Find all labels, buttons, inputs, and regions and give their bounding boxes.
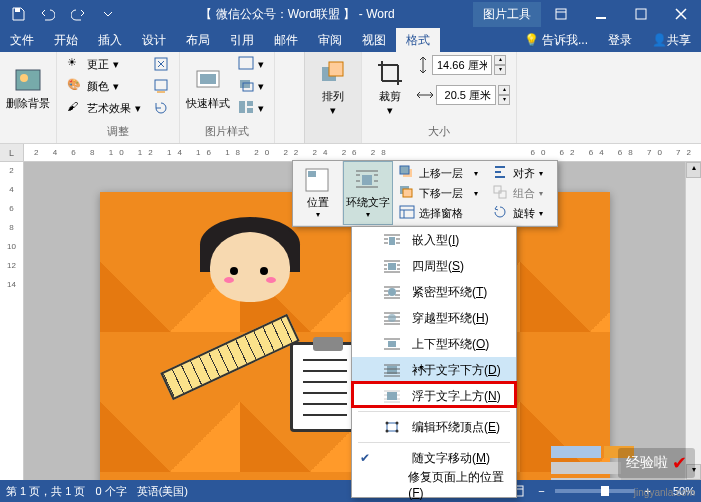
- tab-mailings[interactable]: 邮件: [264, 28, 308, 52]
- tab-view[interactable]: 视图: [352, 28, 396, 52]
- chevron-down-icon: ▾: [113, 80, 119, 93]
- spin-up-icon[interactable]: ▴: [494, 55, 506, 65]
- bring-forward-icon: [399, 165, 415, 181]
- reset-picture-button[interactable]: [149, 98, 173, 118]
- crop-button[interactable]: 裁剪▾: [368, 54, 412, 120]
- tab-design[interactable]: 设计: [132, 28, 176, 52]
- close-icon[interactable]: [661, 0, 701, 28]
- position-button[interactable]: 位置▾: [293, 161, 343, 225]
- menu-topbottom[interactable]: 上下型环绕(O): [352, 331, 516, 357]
- bring-forward-button[interactable]: 上移一层 ▾: [395, 163, 485, 183]
- minimize-icon[interactable]: [581, 0, 621, 28]
- tell-me[interactable]: 💡 告诉我...: [514, 28, 598, 52]
- spin-down-icon[interactable]: ▾: [498, 95, 510, 105]
- ruler-h-track[interactable]: 2 4 6 8 10 12 14 16 18 20 22 24 26 28 60…: [24, 144, 701, 161]
- svg-rect-21: [308, 171, 316, 177]
- zoom-slider[interactable]: [555, 489, 635, 493]
- change-picture-button[interactable]: [149, 76, 173, 96]
- zoom-thumb[interactable]: [601, 486, 609, 496]
- menu-fix-position[interactable]: 修复页面上的位置(F): [352, 471, 516, 497]
- align-button[interactable]: 对齐▾: [489, 163, 555, 183]
- menu-square[interactable]: 四周型(S): [352, 253, 516, 279]
- menu-front-text[interactable]: 浮于文字上方(N): [352, 383, 516, 409]
- height-input[interactable]: [432, 55, 492, 75]
- corrections-label: 更正: [87, 57, 109, 72]
- svg-rect-2: [636, 9, 646, 19]
- qat-customize-icon[interactable]: [94, 1, 122, 27]
- maximize-icon[interactable]: [621, 0, 661, 28]
- tab-review[interactable]: 审阅: [308, 28, 352, 52]
- wrap-text-button[interactable]: 环绕文字▾: [343, 161, 393, 225]
- group-objects-button[interactable]: 组合▾: [489, 183, 555, 203]
- picture-layout-button[interactable]: ▾: [234, 98, 268, 118]
- group-remove-bg: 删除背景: [0, 52, 57, 143]
- rotate-icon: [493, 205, 509, 221]
- remove-background-button[interactable]: 删除背景: [6, 54, 50, 120]
- corrections-button[interactable]: ☀更正▾: [63, 54, 145, 74]
- status-language[interactable]: 英语(美国): [137, 484, 188, 499]
- spin-up-icon[interactable]: ▴: [498, 85, 510, 95]
- picture-effects-button[interactable]: ▾: [234, 76, 268, 96]
- svg-rect-13: [247, 101, 253, 106]
- save-icon[interactable]: [4, 1, 32, 27]
- tab-layout[interactable]: 布局: [176, 28, 220, 52]
- width-icon: [416, 88, 434, 102]
- undo-icon[interactable]: [34, 1, 62, 27]
- tab-insert[interactable]: 插入: [88, 28, 132, 52]
- status-words[interactable]: 0 个字: [95, 484, 126, 499]
- bring-forward-label: 上移一层: [419, 166, 463, 181]
- svg-point-41: [396, 430, 399, 433]
- svg-rect-8: [200, 74, 216, 84]
- quick-styles-button[interactable]: 快速样式: [186, 54, 230, 120]
- picture-border-button[interactable]: ▾: [234, 54, 268, 74]
- selection-pane-button[interactable]: 选择窗格: [395, 203, 485, 223]
- ribbon-options-icon[interactable]: [541, 0, 581, 28]
- menu-tight[interactable]: 紧密型环绕(T): [352, 279, 516, 305]
- compress-pictures-button[interactable]: [149, 54, 173, 74]
- chevron-down-icon: ▾: [539, 169, 543, 178]
- svg-point-38: [386, 422, 389, 425]
- height-spinner[interactable]: ▴▾: [494, 55, 506, 75]
- width-input[interactable]: [436, 85, 496, 105]
- redo-icon[interactable]: [64, 1, 92, 27]
- menu-edit-wrap-points[interactable]: 编辑环绕顶点(E): [352, 414, 516, 440]
- menu-move-with-text[interactable]: ✔随文字移动(M): [352, 445, 516, 471]
- arrange-button[interactable]: 排列▾: [311, 54, 355, 120]
- svg-point-33: [388, 314, 396, 322]
- vertical-ruler[interactable]: 2 4 6 8 10 12 14: [0, 162, 24, 480]
- rotate-button[interactable]: 旋转▾: [489, 203, 555, 223]
- share-button[interactable]: 👤共享: [642, 28, 701, 52]
- tab-format[interactable]: 格式: [396, 28, 440, 52]
- bulb-icon: 💡: [524, 33, 539, 47]
- menu-behind-text[interactable]: 衬于文字下方(D)↖: [352, 357, 516, 383]
- scroll-track[interactable]: [686, 178, 701, 464]
- scroll-up-icon[interactable]: ▴: [686, 162, 701, 178]
- group-picture-styles: 快速样式 ▾ ▾ ▾ 图片样式: [180, 52, 275, 143]
- watermark-url: jingyanla.com: [634, 487, 695, 498]
- color-label: 颜色: [87, 79, 109, 94]
- svg-rect-26: [403, 189, 412, 197]
- svg-rect-9: [239, 57, 253, 69]
- artistic-effects-button[interactable]: 🖌艺术效果▾: [63, 98, 145, 118]
- wrap-text-menu: 嵌入型(I) 四周型(S) 紧密型环绕(T) 穿越型环绕(H) 上下型环绕(O)…: [351, 226, 517, 498]
- color-button[interactable]: 🎨颜色▾: [63, 76, 145, 96]
- status-page[interactable]: 第 1 页，共 1 页: [6, 484, 85, 499]
- ruler-v-mark: 14: [0, 280, 23, 289]
- ribbon-tabs: 文件 开始 插入 设计 布局 引用 邮件 审阅 视图 格式 💡 告诉我... 登…: [0, 28, 701, 52]
- send-backward-button[interactable]: 下移一层 ▾: [395, 183, 485, 203]
- chevron-down-icon: ▾: [113, 58, 119, 71]
- signin-button[interactable]: 登录: [598, 28, 642, 52]
- menu-inline[interactable]: 嵌入型(I): [352, 227, 516, 253]
- tab-file[interactable]: 文件: [0, 28, 44, 52]
- menu-topbottom-label: 上下型环绕(O): [412, 336, 489, 353]
- width-control: ▴▾: [416, 84, 510, 106]
- front-icon: [382, 387, 402, 405]
- spin-down-icon[interactable]: ▾: [494, 65, 506, 75]
- menu-through[interactable]: 穿越型环绕(H): [352, 305, 516, 331]
- tab-home[interactable]: 开始: [44, 28, 88, 52]
- height-icon: [416, 56, 430, 74]
- width-spinner[interactable]: ▴▾: [498, 85, 510, 105]
- vertical-scrollbar[interactable]: ▴ ▾: [685, 162, 701, 480]
- zoom-out-icon[interactable]: −: [538, 485, 544, 497]
- tab-references[interactable]: 引用: [220, 28, 264, 52]
